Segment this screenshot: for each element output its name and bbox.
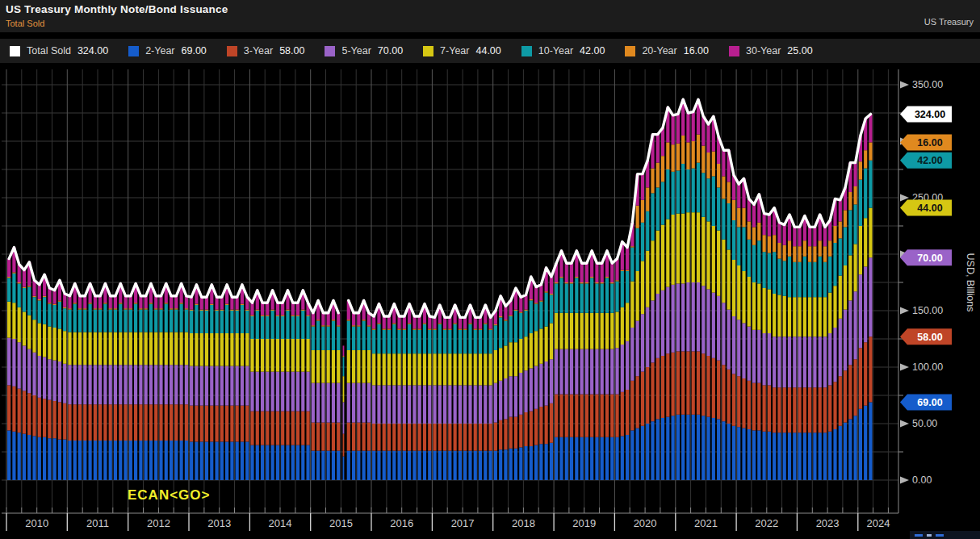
legend-value: 69.00 (182, 45, 207, 56)
svg-text:2013: 2013 (207, 517, 231, 529)
svg-text:2020: 2020 (634, 517, 657, 529)
chart-svg: 0.0050.00100.00150.00200.00250.00300.003… (0, 63, 980, 539)
legend-value: 58.00 (279, 45, 304, 56)
total-sold-line (9, 99, 870, 317)
svg-text:2016: 2016 (390, 517, 413, 529)
svg-text:2021: 2021 (694, 517, 718, 529)
tick-arrow-icon (900, 307, 909, 315)
svg-text:2014: 2014 (269, 517, 292, 529)
sliver-mark (915, 534, 923, 537)
legend-label: 10-Year (538, 45, 573, 56)
legend-label: 30-Year (746, 45, 781, 56)
tick-arrow-icon (900, 364, 909, 371)
7-year-swatch (423, 46, 433, 56)
legend-item-2-year[interactable]: 2-Year 69.00 (128, 45, 207, 56)
20-year-swatch (625, 46, 635, 56)
legend-value: 25.00 (787, 45, 812, 56)
legend-label: Total Sold (27, 45, 71, 56)
svg-text:2011: 2011 (86, 517, 109, 529)
svg-text:44.00: 44.00 (917, 203, 942, 214)
tick-arrow-icon (900, 420, 909, 428)
svg-text:2010: 2010 (25, 517, 48, 529)
legend-label: 5-Year (341, 45, 371, 56)
chart-header: US Treasury Monthly Note/Bond Issuance T… (0, 0, 980, 32)
legend-value: 16.00 (684, 45, 709, 56)
x-axis: 2010201120122013201420152016201720182019… (2, 508, 898, 531)
svg-text:2012: 2012 (147, 517, 170, 529)
svg-text:69.00: 69.00 (917, 397, 942, 408)
legend-value: 324.00 (77, 45, 108, 56)
background-window-sliver (910, 531, 980, 539)
legend-value: 70.00 (378, 45, 403, 56)
header-divider (0, 32, 980, 39)
svg-text:50.00: 50.00 (912, 418, 937, 429)
svg-text:350.00: 350.00 (912, 79, 943, 90)
svg-text:150.00: 150.00 (912, 305, 943, 316)
svg-text:0.00: 0.00 (912, 474, 932, 486)
tick-arrow-icon (900, 477, 909, 484)
legend-value: 44.00 (475, 45, 500, 56)
svg-text:2019: 2019 (572, 517, 596, 529)
sliver-mark (927, 534, 932, 537)
legend-label: 2-Year (145, 45, 174, 56)
terminal-command-hint: ECAN<GO> (128, 487, 210, 503)
source-label: US Treasury (924, 17, 974, 27)
svg-text:58.00: 58.00 (917, 332, 942, 343)
3-year-swatch (227, 46, 237, 56)
legend-label: 20-Year (642, 45, 676, 56)
svg-text:70.00: 70.00 (917, 253, 942, 264)
legend-item-30-year[interactable]: 30-Year 25.00 (729, 45, 813, 56)
svg-text:2015: 2015 (329, 517, 353, 529)
svg-text:2023: 2023 (816, 517, 840, 529)
legend-item-7-year[interactable]: 7-Year 44.00 (423, 45, 501, 56)
total-sold-swatch (10, 46, 20, 56)
5-year-swatch (325, 46, 335, 56)
svg-text:100.00: 100.00 (912, 361, 943, 373)
svg-text:2024: 2024 (866, 517, 890, 529)
page-title: US Treasury Monthly Note/Bond Issuance (6, 3, 228, 15)
svg-text:2022: 2022 (755, 517, 778, 529)
legend-item-total-sold[interactable]: Total Sold 324.00 (10, 45, 108, 56)
legend-label: 3-Year (244, 45, 273, 56)
legend-item-10-year[interactable]: 10-Year 42.00 (521, 45, 605, 56)
legend-value: 42.00 (580, 45, 605, 56)
svg-text:2017: 2017 (451, 517, 475, 529)
chart-subtitle: Total Sold (6, 19, 44, 28)
y-axis-unit-label: USD, Billions (965, 253, 976, 312)
tick-arrow-icon (900, 81, 909, 89)
svg-text:42.00: 42.00 (917, 155, 942, 166)
2-year-swatch (128, 46, 139, 56)
legend-item-5-year[interactable]: 5-Year 70.00 (325, 45, 403, 56)
legend-item-3-year[interactable]: 3-Year 58.00 (227, 45, 305, 56)
legend-item-20-year[interactable]: 20-Year 16.00 (625, 45, 709, 56)
svg-text:2018: 2018 (512, 517, 535, 529)
30-year-swatch (729, 46, 739, 56)
bloomberg-chart-screen: { "header": { "title": "US Treasury Mont… (0, 0, 980, 539)
issuance-stacked-bar-chart: 0.0050.00100.00150.00200.00250.00300.003… (0, 63, 980, 539)
10-year-swatch (521, 46, 532, 56)
legend-label: 7-Year (440, 45, 469, 56)
svg-text:324.00: 324.00 (915, 109, 945, 120)
legend-bar: Total Sold 324.00 2-Year 69.00 3-Year 58… (0, 39, 980, 63)
sliver-mark (936, 534, 944, 537)
svg-text:16.00: 16.00 (917, 137, 942, 148)
